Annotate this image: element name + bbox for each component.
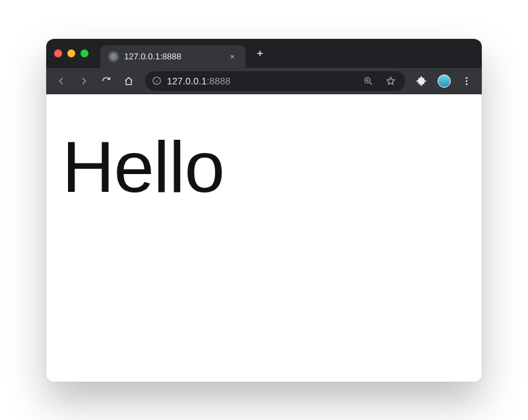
page-viewport: Hello (46, 94, 482, 382)
back-button[interactable] (51, 71, 71, 91)
window-close-button[interactable] (54, 49, 62, 57)
window-maximize-button[interactable] (81, 49, 88, 57)
zoom-icon[interactable] (360, 73, 376, 89)
address-bar[interactable]: 127.0.0.1:8888 (145, 71, 405, 91)
svg-point-3 (466, 80, 468, 82)
svg-point-4 (466, 83, 468, 85)
browser-tab[interactable]: 127.0.0.1:8888 (100, 45, 246, 68)
reload-button[interactable] (96, 71, 116, 91)
toolbar: 127.0.0.1:8888 (46, 68, 482, 94)
url-host: 127.0.0.1 (167, 76, 207, 86)
forward-button[interactable] (74, 71, 94, 91)
globe-icon (108, 51, 119, 62)
menu-button[interactable] (457, 71, 477, 91)
site-info-icon[interactable] (152, 76, 162, 86)
svg-point-2 (466, 77, 468, 79)
bookmark-star-icon[interactable] (383, 73, 399, 89)
profile-avatar[interactable] (434, 71, 454, 91)
omnibox-actions (360, 73, 399, 89)
tab-title: 127.0.0.1:8888 (124, 51, 222, 61)
url-port: :8888 (207, 76, 230, 86)
avatar-icon (438, 75, 451, 88)
window-controls (54, 49, 88, 57)
new-tab-button[interactable] (251, 44, 269, 63)
browser-window: 127.0.0.1:8888 127.0.0.1:8888 (46, 39, 482, 382)
extensions-button[interactable] (412, 71, 432, 91)
tab-close-button[interactable] (227, 51, 238, 62)
page-heading: Hello (62, 125, 466, 208)
window-minimize-button[interactable] (67, 49, 75, 57)
tab-strip: 127.0.0.1:8888 (46, 39, 482, 68)
home-button[interactable] (119, 71, 139, 91)
url-text: 127.0.0.1:8888 (167, 76, 355, 86)
